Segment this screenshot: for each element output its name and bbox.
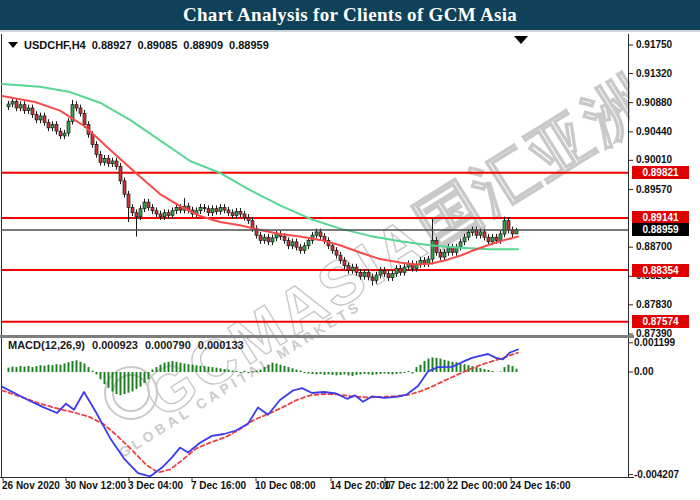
ohlc-close: 0.88959 <box>229 39 269 51</box>
price-axis-label: 0.88700 <box>636 241 696 252</box>
candle-body <box>491 237 494 242</box>
candle-body <box>143 202 146 209</box>
candle-body <box>347 266 350 271</box>
candle-body <box>235 211 238 215</box>
chart-window: Chart Analysis for Clients of GCM Asia G… <box>0 0 700 500</box>
candle-body <box>39 116 42 120</box>
candle-body <box>83 113 86 124</box>
candle-body <box>267 237 270 242</box>
candle-body <box>399 268 402 272</box>
candle-body <box>219 207 222 211</box>
price-axis-label: 0.90880 <box>636 97 696 108</box>
candle-body <box>123 181 126 194</box>
candle-body <box>383 270 386 273</box>
candle-body <box>167 213 170 216</box>
date-label: 26 Nov 2020 <box>2 480 60 491</box>
candle-body <box>107 158 110 163</box>
candle-body <box>443 253 446 258</box>
price-axis-label: 0.89570 <box>636 184 696 195</box>
candle-body <box>395 268 398 273</box>
candle-body <box>403 267 406 272</box>
date-label: 30 Nov 12:00 <box>65 480 126 491</box>
candle-body <box>151 207 154 210</box>
candle-body <box>243 214 246 217</box>
candle-body <box>339 255 342 260</box>
candle-body <box>331 246 334 251</box>
candle-body <box>299 247 302 250</box>
candle-body <box>367 272 370 277</box>
candle-body <box>351 267 354 270</box>
candle-body <box>447 247 450 252</box>
candle-body <box>127 194 130 207</box>
candle-body <box>495 237 498 240</box>
candle-body <box>155 211 158 214</box>
candle-body <box>335 251 338 256</box>
candle-body <box>35 115 38 120</box>
candle-body <box>507 221 510 230</box>
price-axis-label: 0.87830 <box>636 299 696 310</box>
price-line-label: 0.88354 <box>632 264 689 277</box>
macd-value-main: 0.000923 <box>92 339 138 351</box>
candle-body <box>315 232 318 235</box>
bid-price-label: 0.88959 <box>632 223 689 236</box>
candle-body <box>483 232 486 237</box>
date-label: 17 Dec 12:00 <box>384 480 445 491</box>
macd-label: MACD(12,26,9) <box>8 339 85 351</box>
date-label: 3 Dec 04:00 <box>128 480 183 491</box>
candle-body <box>27 108 30 111</box>
macd-value-hist: 0.000133 <box>198 339 244 351</box>
macd-header: MACD(12,26,9) 0.000923 0.000790 0.000133 <box>8 339 244 351</box>
ohlc-open: 0.88927 <box>92 39 132 51</box>
candle-body <box>499 234 502 241</box>
candle-body <box>295 242 298 247</box>
candle-body <box>371 277 374 280</box>
candle-body <box>303 246 306 251</box>
candle-body <box>7 104 10 107</box>
candle-body <box>271 238 274 242</box>
candle-body <box>47 123 50 128</box>
candle-body <box>43 116 46 123</box>
candle-body <box>63 133 66 136</box>
candle-body <box>211 209 214 213</box>
candle-body <box>487 237 490 242</box>
candle-body <box>231 213 234 216</box>
candle-body <box>163 213 166 217</box>
candle-body <box>75 105 78 108</box>
candle-body <box>79 108 82 113</box>
candle-body <box>147 202 150 207</box>
symbol-dropdown-icon[interactable] <box>8 42 18 48</box>
symbol-ohlc-header: USDCHF,H4 0.88927 0.89085 0.88909 0.8895… <box>8 38 269 52</box>
price-line-label: 0.87574 <box>632 315 689 328</box>
candle-body <box>111 161 114 164</box>
candle-body <box>95 144 98 154</box>
candle-body <box>363 272 366 276</box>
candle-body <box>263 237 266 240</box>
candle-body <box>103 158 106 162</box>
candle-body <box>159 214 162 217</box>
chart-canvas[interactable] <box>0 0 700 500</box>
candle-body <box>203 207 206 208</box>
candle-body <box>175 207 178 210</box>
candle-body <box>227 210 230 213</box>
candle-body <box>55 125 58 132</box>
candle-body <box>59 131 62 136</box>
candle-body <box>171 211 174 216</box>
candle-body <box>199 207 202 210</box>
macd-value-signal: 0.000790 <box>145 339 191 351</box>
price-axis-label: 0.90440 <box>636 126 696 137</box>
candle-body <box>291 242 294 246</box>
candle-body <box>119 166 122 181</box>
macd-axis-label: -0.004207 <box>634 469 696 480</box>
candle-body <box>287 241 290 246</box>
date-label: 22 Dec 00:00 <box>447 480 508 491</box>
candle-body <box>139 209 142 217</box>
candle-body <box>307 241 310 246</box>
candle-body <box>479 232 482 235</box>
price-axis-label: 0.91320 <box>636 68 696 79</box>
date-label: 7 Dec 16:00 <box>191 480 246 491</box>
candle-body <box>431 241 434 260</box>
candle-body <box>283 237 286 241</box>
candle-body <box>99 154 102 162</box>
candle-body <box>275 234 278 238</box>
last-bar-marker-icon <box>514 36 528 44</box>
